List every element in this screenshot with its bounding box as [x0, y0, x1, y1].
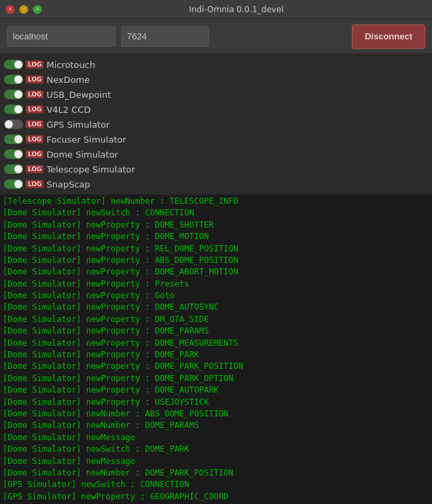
- device-toggle-8[interactable]: [4, 179, 23, 189]
- device-toggle-0[interactable]: [4, 60, 23, 69]
- device-name: GPS Simulator: [46, 120, 109, 130]
- log-line: [Dome Simulator] newProperty : ABS_DOME_…: [3, 255, 420, 266]
- log-line: [Dome Simulator] newProperty : DOME_PARK…: [3, 361, 420, 372]
- log-line: [GPS Simulator] newProperty : GEOGRAPHIC…: [3, 491, 420, 503]
- device-name: Microtouch: [46, 60, 95, 70]
- log-line: [Dome Simulator] newProperty : DOME_PARK: [3, 349, 420, 361]
- log-line: [Dome Simulator] newProperty : USEJOYSTI…: [3, 397, 420, 408]
- device-name: Telescope Simulator: [46, 164, 134, 175]
- device-row: LOGFocuser Simulator: [4, 132, 428, 147]
- toggle-knob: [14, 135, 22, 143]
- maximize-button[interactable]: +: [33, 5, 42, 14]
- log-line: [Dome Simulator] newProperty : DOME_MEAS…: [3, 338, 420, 349]
- device-row: LOGMicrotouch: [4, 57, 428, 72]
- log-line: [Dome Simulator] newMessage: [3, 456, 420, 467]
- device-row: LOGGPS Simulator: [4, 117, 428, 132]
- log-line: [Dome Simulator] newSwitch : DOME_PARK: [3, 444, 420, 455]
- log-badge[interactable]: LOG: [26, 90, 43, 98]
- log-line: [Dome Simulator] newNumber : ABS_DOME_PO…: [3, 408, 420, 420]
- device-toggle-4[interactable]: [4, 120, 23, 129]
- log-badge[interactable]: LOG: [26, 60, 43, 69]
- device-name: SnapScap: [46, 179, 90, 190]
- device-toggle-2[interactable]: [4, 90, 23, 99]
- device-toggle-3[interactable]: [4, 105, 23, 114]
- device-row: LOGSnapScap: [4, 177, 428, 192]
- connection-bar: Disconnect: [0, 19, 432, 54]
- log-line: [Telescope Simulator] newNumber : TELESC…: [3, 196, 420, 207]
- toggle-knob: [14, 165, 22, 173]
- log-badge[interactable]: LOG: [26, 165, 43, 173]
- log-line: [GPS Simulator] newSwitch : CONNECTION: [3, 479, 420, 490]
- toggle-knob: [14, 90, 22, 98]
- device-row: LOGUSB_Dewpoint: [4, 87, 428, 102]
- device-list: LOGMicrotouchLOGNexDomeLOGUSB_DewpointLO…: [0, 54, 432, 195]
- device-name: V4L2 CCD: [46, 105, 90, 115]
- log-line: [Dome Simulator] newMessage: [3, 432, 420, 444]
- log-line: [Dome Simulator] newProperty : Goto: [3, 290, 420, 302]
- device-name: NexDome: [46, 75, 90, 85]
- log-line: [Dome Simulator] newProperty : DOME_PARK…: [3, 373, 420, 384]
- log-line: [Dome Simulator] newNumber : DOME_PARAMS: [3, 420, 420, 431]
- log-badge[interactable]: LOG: [26, 75, 43, 84]
- log-badge[interactable]: LOG: [26, 135, 43, 143]
- log-badge[interactable]: LOG: [26, 180, 43, 188]
- toggle-knob: [14, 105, 22, 113]
- main-container: Disconnect LOGMicrotouchLOGNexDomeLOGUSB…: [0, 19, 432, 504]
- log-line: [Dome Simulator] newProperty : REL_DOME_…: [3, 243, 420, 255]
- toggle-knob: [14, 75, 22, 84]
- log-line: [Dome Simulator] newProperty : DOME_SHUT…: [3, 219, 420, 231]
- log-line: [Dome Simulator] newProperty : Presets: [3, 278, 420, 290]
- device-row: LOGV4L2 CCD: [4, 102, 428, 117]
- log-badge[interactable]: LOG: [26, 120, 43, 128]
- log-line: [Dome Simulator] newNumber : DOME_PARK_P…: [3, 467, 420, 479]
- window-title: Indi-Omnia 0.0.1_devel: [46, 5, 427, 14]
- log-line: [Dome Simulator] newProperty : DOME_AUTO…: [3, 384, 420, 396]
- minimize-button[interactable]: −: [19, 5, 29, 14]
- device-name: USB_Dewpoint: [46, 90, 111, 100]
- device-row: LOGDome Simulator: [4, 147, 428, 162]
- title-bar: × − + Indi-Omnia 0.0.1_devel: [0, 0, 432, 19]
- toggle-knob: [14, 150, 22, 158]
- disconnect-button[interactable]: Disconnect: [352, 24, 425, 49]
- device-toggle-1[interactable]: [4, 75, 23, 84]
- close-button[interactable]: ×: [5, 5, 15, 14]
- log-line: [Dome Simulator] newProperty : DOME_PARA…: [3, 325, 420, 337]
- device-name: Focuser Simulator: [46, 134, 126, 145]
- toggle-knob: [14, 60, 22, 69]
- log-line: [Dome Simulator] newSwitch : CONNECTION: [3, 207, 420, 219]
- log-badge[interactable]: LOG: [26, 150, 43, 158]
- host-input[interactable]: [7, 26, 115, 47]
- log-scroll[interactable]: [Telescope Simulator] newSwitch : DOME_P…: [0, 195, 432, 504]
- toggle-knob: [14, 180, 22, 188]
- device-toggle-7[interactable]: [4, 164, 23, 174]
- device-toggle-5[interactable]: [4, 134, 23, 144]
- device-row: LOGTelescope Simulator: [4, 162, 428, 177]
- toggle-knob: [5, 120, 13, 128]
- device-name: Dome Simulator: [46, 149, 118, 160]
- log-line: [Dome Simulator] newProperty : DOME_ABOR…: [3, 266, 420, 278]
- log-badge[interactable]: LOG: [26, 105, 43, 113]
- log-line: [Dome Simulator] newProperty : DOME_MOTI…: [3, 231, 420, 242]
- device-toggle-6[interactable]: [4, 149, 23, 159]
- log-wrapper: [Telescope Simulator] newSwitch : DOME_P…: [0, 195, 432, 504]
- device-row: LOGNexDome: [4, 72, 428, 87]
- log-line: [Dome Simulator] newProperty : DOME_AUTO…: [3, 302, 420, 313]
- log-line: [Dome Simulator] newProperty : DM_OTA_SI…: [3, 314, 420, 325]
- port-input[interactable]: [121, 26, 209, 47]
